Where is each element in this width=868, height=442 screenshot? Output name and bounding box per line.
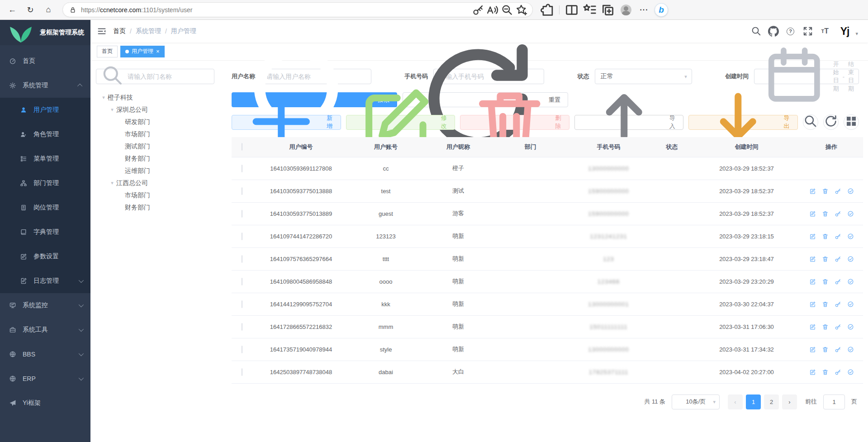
close-icon[interactable]: × <box>156 48 160 54</box>
breadcrumb-home[interactable]: 首页 <box>113 27 126 35</box>
fullscreen-icon[interactable] <box>802 26 813 37</box>
key-icon[interactable] <box>835 369 841 375</box>
page-button-2[interactable]: 2 <box>764 394 779 409</box>
key-icon[interactable] <box>835 188 841 195</box>
user-caret-icon[interactable]: ▾ <box>855 31 858 37</box>
sidebar-item-0[interactable]: 首页 <box>0 49 90 73</box>
tree-node-2[interactable]: 研发部门 <box>96 116 232 128</box>
row-checkbox[interactable] <box>242 300 242 308</box>
user-logo[interactable]: Yj <box>840 25 849 38</box>
row-checkbox[interactable] <box>242 255 242 263</box>
sidebar-collapse-icon[interactable] <box>97 26 107 36</box>
trash-icon[interactable] <box>822 323 829 330</box>
tree-caret-icon[interactable]: ▾ <box>108 180 116 186</box>
columns-grid-button[interactable] <box>844 114 859 130</box>
tab-home[interactable]: 首页 <box>97 46 118 57</box>
edit-icon[interactable] <box>809 188 816 195</box>
profile-avatar[interactable] <box>618 2 634 18</box>
trash-icon[interactable] <box>822 210 829 217</box>
next-page-button[interactable]: › <box>782 394 797 409</box>
edit-icon[interactable] <box>809 323 816 330</box>
export-button[interactable]: 导出 <box>688 115 798 130</box>
font-size-icon[interactable]: TT <box>820 26 830 37</box>
tree-node-3[interactable]: 市场部门 <box>96 128 232 140</box>
tree-node-4[interactable]: 测试部门 <box>96 140 232 152</box>
key-icon[interactable] <box>835 278 841 285</box>
sidebar-item-5[interactable]: 部门管理 <box>0 171 90 195</box>
sidebar-item-6[interactable]: 岗位管理 <box>0 195 90 220</box>
tree-node-6[interactable]: 运维部门 <box>96 165 232 177</box>
read-aloud-icon[interactable] <box>486 4 499 16</box>
refresh-table-button[interactable] <box>823 114 839 130</box>
page-button-1[interactable]: 1 <box>746 394 761 409</box>
toggle-search-button[interactable] <box>803 114 818 130</box>
check-circle-icon[interactable] <box>847 210 854 217</box>
tree-node-8[interactable]: 市场部门 <box>96 189 232 201</box>
tree-node-9[interactable]: 财务部门 <box>96 201 232 214</box>
row-checkbox[interactable] <box>242 346 242 353</box>
edit-icon[interactable] <box>809 369 816 375</box>
sidebar-item-3[interactable]: 角色管理 <box>0 122 90 147</box>
prev-page-button[interactable]: ‹ <box>728 394 743 409</box>
sidebar-item-2[interactable]: 用户管理 <box>0 98 90 122</box>
add-favorite-star-icon[interactable] <box>515 4 528 16</box>
check-circle-icon[interactable] <box>847 301 854 308</box>
sidebar-item-1[interactable]: 系统管理 <box>0 73 90 98</box>
edit-icon[interactable] <box>809 346 816 353</box>
edit-icon[interactable] <box>809 210 816 217</box>
select-all-checkbox[interactable] <box>242 143 242 151</box>
edit-icon[interactable] <box>809 256 816 262</box>
sidebar-item-9[interactable]: 日志管理 <box>0 269 90 293</box>
row-checkbox[interactable] <box>242 323 242 331</box>
check-circle-icon[interactable] <box>847 369 854 375</box>
page-size-select[interactable]: 10条/页 ▾ <box>672 394 720 409</box>
sidebar-item-4[interactable]: 菜单管理 <box>0 147 90 171</box>
edit-icon[interactable] <box>809 233 816 240</box>
check-circle-icon[interactable] <box>847 278 854 285</box>
key-icon[interactable] <box>835 256 841 262</box>
trash-icon[interactable] <box>822 256 829 262</box>
sidebar-item-11[interactable]: 系统工具 <box>0 318 90 342</box>
sidebar-item-14[interactable]: Yi框架 <box>0 391 90 415</box>
app-logo[interactable]: 意框架管理系统 <box>0 20 90 45</box>
trash-icon[interactable] <box>822 301 829 308</box>
password-key-icon[interactable] <box>472 4 484 16</box>
collections-icon[interactable] <box>600 2 616 18</box>
tree-node-0[interactable]: ▾橙子科技 <box>96 91 232 104</box>
add-button[interactable]: 新增 <box>232 115 341 130</box>
key-icon[interactable] <box>835 301 841 308</box>
edit-icon[interactable] <box>809 278 816 285</box>
browser-refresh-icon[interactable]: ↻ <box>23 2 38 18</box>
favorites-icon[interactable] <box>582 2 598 18</box>
help-icon[interactable]: ? <box>785 26 796 37</box>
trash-icon[interactable] <box>822 233 829 240</box>
tree-node-1[interactable]: ▾深圳总公司 <box>96 104 232 116</box>
import-button[interactable]: 导入 <box>574 115 684 130</box>
tree-node-5[interactable]: 财务部门 <box>96 152 232 165</box>
browser-menu-icon[interactable]: ··· <box>636 2 652 18</box>
row-checkbox[interactable] <box>242 165 242 172</box>
key-icon[interactable] <box>835 323 841 330</box>
browser-back-icon[interactable]: ← <box>5 2 20 18</box>
trash-icon[interactable] <box>822 346 829 353</box>
breadcrumb-system[interactable]: 系统管理 <box>136 27 161 35</box>
row-checkbox[interactable] <box>242 278 242 285</box>
trash-icon[interactable] <box>822 188 829 195</box>
extensions-puzzle-icon[interactable] <box>539 2 555 18</box>
check-circle-icon[interactable] <box>847 233 854 240</box>
dept-search-input[interactable] <box>128 73 209 80</box>
browser-home-icon[interactable]: ⌂ <box>41 2 56 18</box>
tree-caret-icon[interactable]: ▾ <box>100 95 108 100</box>
sidebar-item-10[interactable]: 系统监控 <box>0 293 90 318</box>
address-bar[interactable]: https://ccnetcore.com:1101/system/user <box>62 2 533 17</box>
sidebar-item-12[interactable]: BBS <box>0 342 90 366</box>
goto-page-input[interactable] <box>823 394 845 409</box>
row-checkbox[interactable] <box>242 210 242 218</box>
edit-icon[interactable] <box>809 301 816 308</box>
key-icon[interactable] <box>835 346 841 353</box>
bing-copilot-icon[interactable]: b <box>655 3 668 17</box>
key-icon[interactable] <box>835 210 841 217</box>
trash-icon[interactable] <box>822 278 829 285</box>
row-checkbox[interactable] <box>242 368 242 376</box>
delete-button[interactable]: 删除 <box>460 115 569 130</box>
